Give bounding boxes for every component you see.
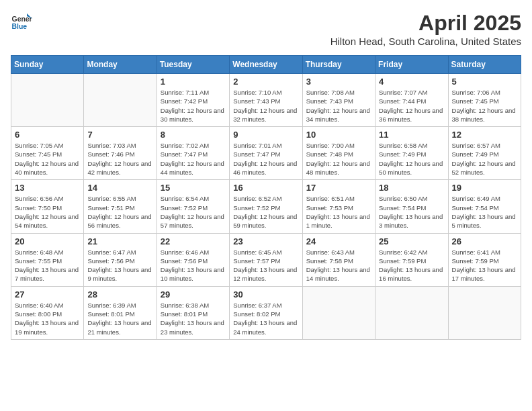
calendar-cell: 25Sunrise: 6:42 AM Sunset: 7:59 PM Dayli… — [375, 233, 448, 286]
day-number: 10 — [306, 130, 371, 140]
day-info: Sunrise: 6:58 AM Sunset: 7:49 PM Dayligh… — [379, 141, 444, 177]
day-number: 17 — [306, 183, 371, 193]
day-info: Sunrise: 6:38 AM Sunset: 8:01 PM Dayligh… — [161, 301, 226, 336]
day-number: 30 — [233, 289, 298, 300]
day-number: 26 — [452, 236, 517, 246]
calendar-cell: 28Sunrise: 6:39 AM Sunset: 8:01 PM Dayli… — [84, 286, 157, 339]
day-info: Sunrise: 7:02 AM Sunset: 7:47 PM Dayligh… — [161, 141, 226, 177]
day-info: Sunrise: 6:56 AM Sunset: 7:50 PM Dayligh… — [15, 194, 80, 230]
calendar-cell: 24Sunrise: 6:43 AM Sunset: 7:58 PM Dayli… — [302, 233, 375, 286]
calendar-cell — [11, 74, 84, 127]
day-info: Sunrise: 6:47 AM Sunset: 7:56 PM Dayligh… — [87, 248, 152, 283]
day-info: Sunrise: 6:43 AM Sunset: 7:58 PM Dayligh… — [306, 248, 371, 283]
calendar-cell: 17Sunrise: 6:51 AM Sunset: 7:53 PM Dayli… — [302, 180, 375, 233]
calendar-cell: 8Sunrise: 7:02 AM Sunset: 7:47 PM Daylig… — [157, 127, 229, 180]
day-number: 2 — [233, 77, 298, 87]
calendar-cell: 29Sunrise: 6:38 AM Sunset: 8:01 PM Dayli… — [157, 286, 229, 339]
day-info: Sunrise: 6:40 AM Sunset: 8:00 PM Dayligh… — [15, 301, 80, 336]
day-number: 18 — [379, 183, 444, 193]
day-number: 6 — [15, 130, 80, 140]
logo: General Blue — [11, 11, 32, 32]
day-info: Sunrise: 7:07 AM Sunset: 7:44 PM Dayligh… — [379, 88, 444, 124]
svg-text:Blue: Blue — [12, 23, 28, 30]
day-number: 24 — [306, 236, 371, 246]
day-number: 19 — [452, 183, 517, 193]
calendar-cell: 1Sunrise: 7:11 AM Sunset: 7:42 PM Daylig… — [157, 74, 229, 127]
day-info: Sunrise: 7:06 AM Sunset: 7:45 PM Dayligh… — [452, 88, 517, 124]
calendar-week-row: 1Sunrise: 7:11 AM Sunset: 7:42 PM Daylig… — [11, 74, 521, 127]
day-info: Sunrise: 6:37 AM Sunset: 8:02 PM Dayligh… — [233, 301, 298, 336]
location-title: Hilton Head, South Carolina, United Stat… — [330, 36, 521, 47]
day-number: 22 — [161, 236, 226, 246]
calendar-cell: 16Sunrise: 6:52 AM Sunset: 7:52 PM Dayli… — [230, 180, 302, 233]
day-header-saturday: Saturday — [448, 56, 521, 74]
day-info: Sunrise: 6:52 AM Sunset: 7:52 PM Dayligh… — [233, 194, 298, 230]
calendar-cell: 3Sunrise: 7:08 AM Sunset: 7:43 PM Daylig… — [302, 74, 375, 127]
day-header-thursday: Thursday — [302, 56, 375, 74]
calendar-cell: 23Sunrise: 6:45 AM Sunset: 7:57 PM Dayli… — [230, 233, 302, 286]
calendar-cell: 18Sunrise: 6:50 AM Sunset: 7:54 PM Dayli… — [375, 180, 448, 233]
calendar-cell: 11Sunrise: 6:58 AM Sunset: 7:49 PM Dayli… — [375, 127, 448, 180]
day-number: 15 — [161, 183, 226, 193]
day-number: 23 — [233, 236, 298, 246]
day-info: Sunrise: 6:57 AM Sunset: 7:49 PM Dayligh… — [452, 141, 517, 177]
calendar-cell: 14Sunrise: 6:55 AM Sunset: 7:51 PM Dayli… — [84, 180, 157, 233]
day-number: 1 — [161, 77, 226, 87]
calendar-cell: 12Sunrise: 6:57 AM Sunset: 7:49 PM Dayli… — [448, 127, 521, 180]
calendar-cell: 26Sunrise: 6:41 AM Sunset: 7:59 PM Dayli… — [448, 233, 521, 286]
day-number: 20 — [15, 236, 80, 246]
calendar-cell: 15Sunrise: 6:54 AM Sunset: 7:52 PM Dayli… — [157, 180, 229, 233]
calendar-header-row: SundayMondayTuesdayWednesdayThursdayFrid… — [11, 56, 521, 74]
day-number: 7 — [87, 130, 152, 140]
day-number: 5 — [452, 77, 517, 87]
day-info: Sunrise: 6:55 AM Sunset: 7:51 PM Dayligh… — [87, 194, 152, 230]
day-header-friday: Friday — [375, 56, 448, 74]
day-number: 21 — [87, 236, 152, 246]
day-info: Sunrise: 7:10 AM Sunset: 7:43 PM Dayligh… — [233, 88, 298, 124]
calendar-cell: 27Sunrise: 6:40 AM Sunset: 8:00 PM Dayli… — [11, 286, 84, 339]
calendar-cell: 5Sunrise: 7:06 AM Sunset: 7:45 PM Daylig… — [448, 74, 521, 127]
day-number: 8 — [161, 130, 226, 140]
day-info: Sunrise: 6:46 AM Sunset: 7:56 PM Dayligh… — [161, 248, 226, 283]
day-info: Sunrise: 7:03 AM Sunset: 7:46 PM Dayligh… — [87, 141, 152, 177]
calendar-cell: 9Sunrise: 7:01 AM Sunset: 7:47 PM Daylig… — [230, 127, 302, 180]
day-info: Sunrise: 7:11 AM Sunset: 7:42 PM Dayligh… — [161, 88, 226, 124]
day-info: Sunrise: 7:00 AM Sunset: 7:48 PM Dayligh… — [306, 141, 371, 177]
day-number: 13 — [15, 183, 80, 193]
day-info: Sunrise: 6:45 AM Sunset: 7:57 PM Dayligh… — [233, 248, 298, 283]
day-number: 4 — [379, 77, 444, 87]
month-title: April 2025 — [330, 11, 521, 36]
day-info: Sunrise: 7:05 AM Sunset: 7:45 PM Dayligh… — [15, 141, 80, 177]
calendar-cell: 20Sunrise: 6:48 AM Sunset: 7:55 PM Dayli… — [11, 233, 84, 286]
day-info: Sunrise: 6:54 AM Sunset: 7:52 PM Dayligh… — [161, 194, 226, 230]
calendar-week-row: 27Sunrise: 6:40 AM Sunset: 8:00 PM Dayli… — [11, 286, 521, 339]
day-number: 11 — [379, 130, 444, 140]
calendar-cell: 10Sunrise: 7:00 AM Sunset: 7:48 PM Dayli… — [302, 127, 375, 180]
calendar-cell: 21Sunrise: 6:47 AM Sunset: 7:56 PM Dayli… — [84, 233, 157, 286]
day-info: Sunrise: 6:42 AM Sunset: 7:59 PM Dayligh… — [379, 248, 444, 283]
day-number: 3 — [306, 77, 371, 87]
calendar-cell: 6Sunrise: 7:05 AM Sunset: 7:45 PM Daylig… — [11, 127, 84, 180]
day-info: Sunrise: 7:08 AM Sunset: 7:43 PM Dayligh… — [306, 88, 371, 124]
calendar-cell — [84, 74, 157, 127]
title-area: April 2025 Hilton Head, South Carolina, … — [330, 11, 521, 47]
day-number: 27 — [15, 289, 80, 300]
calendar-cell: 13Sunrise: 6:56 AM Sunset: 7:50 PM Dayli… — [11, 180, 84, 233]
day-info: Sunrise: 6:50 AM Sunset: 7:54 PM Dayligh… — [379, 194, 444, 230]
day-number: 16 — [233, 183, 298, 193]
day-number: 28 — [87, 289, 152, 300]
day-number: 29 — [161, 289, 226, 300]
page-header: General Blue April 2025 Hilton Head, Sou… — [11, 11, 521, 47]
logo-icon: General Blue — [11, 11, 32, 32]
calendar-cell — [375, 286, 448, 339]
day-number: 25 — [379, 236, 444, 246]
calendar-cell: 7Sunrise: 7:03 AM Sunset: 7:46 PM Daylig… — [84, 127, 157, 180]
day-info: Sunrise: 6:49 AM Sunset: 7:54 PM Dayligh… — [452, 194, 517, 230]
calendar-cell: 30Sunrise: 6:37 AM Sunset: 8:02 PM Dayli… — [230, 286, 302, 339]
calendar-table: SundayMondayTuesdayWednesdayThursdayFrid… — [11, 55, 521, 340]
day-info: Sunrise: 6:41 AM Sunset: 7:59 PM Dayligh… — [452, 248, 517, 283]
day-info: Sunrise: 6:39 AM Sunset: 8:01 PM Dayligh… — [87, 301, 152, 336]
calendar-cell — [448, 286, 521, 339]
day-header-tuesday: Tuesday — [157, 56, 229, 74]
calendar-week-row: 20Sunrise: 6:48 AM Sunset: 7:55 PM Dayli… — [11, 233, 521, 286]
